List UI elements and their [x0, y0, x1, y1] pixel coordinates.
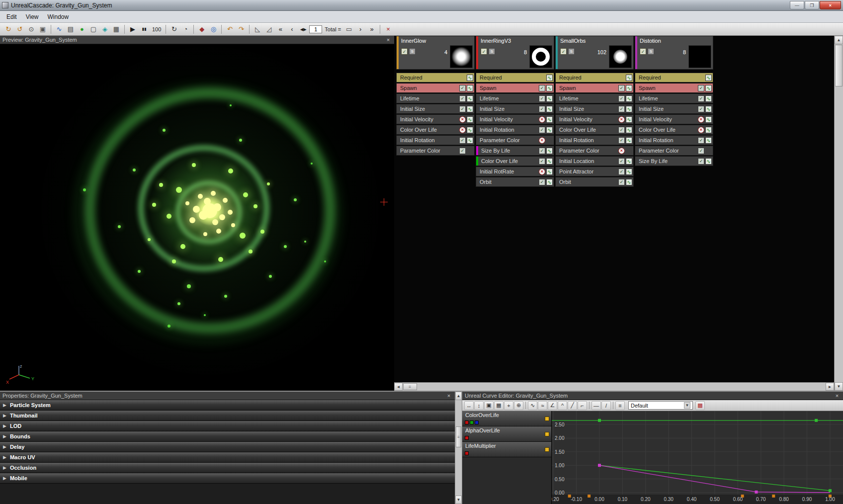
lod-insert-after-icon[interactable]: ◿: [263, 24, 274, 34]
module-initial-velocity[interactable]: Initial Velocity×∿: [635, 114, 713, 124]
module-enabled-checkbox-icon[interactable]: ✓: [459, 106, 466, 112]
module-enabled-checkbox-icon[interactable]: ✓: [618, 85, 625, 91]
module-curve-icon[interactable]: ∿: [546, 168, 553, 175]
fit-vertical-icon[interactable]: ↕: [474, 401, 484, 410]
module-curve-icon[interactable]: ∿: [626, 85, 632, 91]
module-curve-icon[interactable]: ∿: [467, 116, 473, 123]
curve-channel-toggle[interactable]: [465, 420, 469, 424]
module-color-over-life[interactable]: Color Over Life✓∿: [555, 125, 634, 135]
module-disabled-icon[interactable]: ×: [698, 116, 704, 123]
module-size-by-life[interactable]: Size By Life✓∿: [476, 146, 554, 156]
redo-icon[interactable]: ↷: [236, 24, 247, 34]
scroll-thumb[interactable]: ≡: [456, 426, 461, 447]
module-curve-icon[interactable]: ∿: [546, 127, 553, 133]
module-curve-icon[interactable]: ∿: [705, 85, 712, 91]
menu-item-view[interactable]: View: [21, 12, 43, 22]
module-enabled-checkbox-icon[interactable]: ✓: [698, 148, 704, 154]
emitter-header[interactable]: Distotion✓S8: [635, 36, 713, 70]
emitter-solo-button[interactable]: S: [409, 48, 416, 55]
module-lifetime[interactable]: Lifetime✓∿: [635, 93, 713, 103]
emitter-thumbnail[interactable]: [450, 45, 473, 68]
property-section-thumbnail[interactable]: ▶Thumbnail: [0, 411, 455, 421]
module-curve-icon[interactable]: ∿: [705, 75, 712, 81]
module-initial-rotation[interactable]: Initial Rotation✓∿: [635, 135, 713, 145]
module-enabled-checkbox-icon[interactable]: ✓: [539, 158, 545, 165]
lod-lower-button[interactable]: ‹: [286, 24, 297, 34]
module-initial-velocity[interactable]: Initial Velocity×∿: [555, 114, 634, 124]
curve-channel-toggle[interactable]: [465, 436, 469, 440]
curve-visibility-flag[interactable]: [545, 432, 549, 436]
curve-track-alphaoverlife[interactable]: AlphaOverLife: [462, 426, 551, 442]
module-curve-icon[interactable]: ∿: [467, 95, 473, 102]
module-enabled-checkbox-icon[interactable]: ✓: [698, 95, 704, 102]
pause-button[interactable]: ▮▮: [139, 24, 150, 34]
emitter-thumbnail[interactable]: [529, 45, 552, 68]
module-initial-rotation[interactable]: Initial Rotation✓∿: [396, 135, 475, 145]
scroll-thumb[interactable]: ≡: [403, 383, 417, 390]
restart-level-icon[interactable]: ↺: [14, 24, 25, 34]
module-parameter-color[interactable]: Parameter Color✓: [396, 146, 475, 156]
linear-tangent-icon[interactable]: ╱: [568, 401, 577, 410]
module-curve-icon[interactable]: ∿: [705, 158, 712, 165]
module-required[interactable]: Required∿: [396, 73, 475, 83]
expand-arrow-icon[interactable]: ▶: [3, 403, 6, 408]
module-curve-icon[interactable]: ∿: [626, 137, 632, 144]
module-disabled-icon[interactable]: ×: [539, 116, 545, 123]
expand-arrow-icon[interactable]: ▶: [3, 465, 6, 470]
module-orbit[interactable]: Orbit✓∿: [555, 177, 634, 187]
module-curve-icon[interactable]: ∿: [546, 95, 553, 102]
property-section-lod[interactable]: ▶LOD: [0, 421, 455, 431]
module-enabled-checkbox-icon[interactable]: ✓: [618, 137, 625, 144]
menu-item-edit[interactable]: Edit: [2, 12, 21, 22]
emitter-solo-button[interactable]: S: [648, 48, 654, 55]
module-lifetime[interactable]: Lifetime✓∿: [396, 93, 475, 103]
module-curve-icon[interactable]: ∿: [546, 158, 553, 165]
module-parameter-color[interactable]: Parameter Color×: [555, 146, 634, 156]
properties-vertical-scrollbar[interactable]: ▲ ≡ ▼: [455, 392, 462, 504]
module-curve-icon[interactable]: ∿: [546, 75, 553, 81]
module-curve-icon[interactable]: ∿: [546, 116, 553, 123]
module-curve-icon[interactable]: ∿: [467, 85, 473, 91]
show-all-curves-icon[interactable]: ≡: [615, 401, 625, 410]
module-curve-icon[interactable]: ∿: [705, 116, 712, 123]
render-mode-icon[interactable]: ▤: [65, 24, 76, 34]
scroll-down-arrow[interactable]: ▼: [455, 496, 462, 504]
properties-close-icon[interactable]: ×: [445, 393, 452, 399]
emitter-enabled-checkbox-icon[interactable]: ✓: [401, 48, 408, 55]
module-disabled-icon[interactable]: ×: [618, 148, 625, 154]
straighten-tangents-icon[interactable]: /: [601, 401, 611, 410]
module-curve-icon[interactable]: ∿: [626, 106, 632, 112]
module-initial-rotrate[interactable]: Initial RotRate×∿: [476, 167, 554, 176]
emitter-enabled-checkbox-icon[interactable]: ✓: [481, 48, 487, 55]
curve-tab-dropdown[interactable]: Default ▼: [628, 401, 693, 410]
curve-editor-close-icon[interactable]: ×: [834, 393, 841, 399]
curve-channel-toggle[interactable]: [470, 420, 474, 424]
expand-arrow-icon[interactable]: ▶: [3, 413, 6, 418]
property-section-bounds[interactable]: ▶Bounds: [0, 431, 455, 442]
module-curve-icon[interactable]: ∿: [705, 127, 712, 133]
lod-insert-before-icon[interactable]: ◺: [252, 24, 263, 34]
scroll-up-arrow[interactable]: ▲: [455, 392, 462, 400]
emitter-enabled-checkbox-icon[interactable]: ✓: [560, 48, 567, 55]
module-curve-icon[interactable]: ∿: [546, 148, 553, 154]
expand-arrow-icon[interactable]: ▶: [3, 423, 6, 428]
module-enabled-checkbox-icon[interactable]: ✓: [459, 148, 466, 154]
preview-close-icon[interactable]: ×: [385, 37, 392, 43]
module-color-over-life[interactable]: Color Over Life×∿: [635, 125, 713, 135]
motion-icon[interactable]: ●: [77, 24, 87, 34]
close-button[interactable]: ×: [820, 1, 841, 9]
module-curve-icon[interactable]: ∿: [626, 127, 632, 133]
fit-selected-icon[interactable]: ▣: [484, 401, 494, 410]
module-curve-icon[interactable]: ∿: [626, 179, 632, 185]
module-enabled-checkbox-icon[interactable]: ✓: [698, 106, 704, 112]
module-size-by-life[interactable]: Size By Life✓∿: [635, 156, 713, 166]
module-initial-velocity[interactable]: Initial Velocity×∿: [476, 114, 554, 124]
property-section-mobile[interactable]: ▶Mobile: [0, 473, 455, 484]
find-icon[interactable]: ⊙: [26, 24, 37, 34]
module-initial-size[interactable]: Initial Size✓∿: [476, 104, 554, 114]
expand-arrow-icon[interactable]: ▶: [3, 434, 6, 439]
module-disabled-icon[interactable]: ×: [459, 127, 466, 133]
auto-clamped-tangent-icon[interactable]: ≈: [538, 401, 547, 410]
module-enabled-checkbox-icon[interactable]: ✓: [698, 137, 704, 144]
module-curve-icon[interactable]: ∿: [705, 106, 712, 112]
